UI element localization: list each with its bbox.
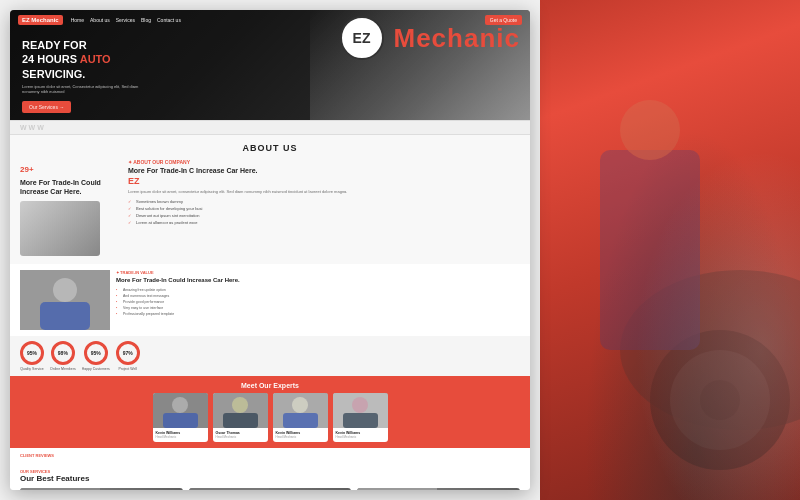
hero-accent: AUTO: [80, 53, 111, 65]
expert-card-3: Kevin Williams Head Mechanic: [273, 393, 328, 442]
brand-icon: EZ: [340, 16, 384, 60]
svg-rect-14: [223, 413, 258, 428]
expert-img-4: [333, 393, 388, 428]
svg-rect-17: [283, 413, 318, 428]
reviews-section: Client Reviews: [10, 448, 530, 463]
hero-cta-button[interactable]: Our Services →: [22, 101, 71, 113]
expert-info-1: Kevin Williams Head Mechanic: [153, 428, 208, 442]
about-stat-suffix: +: [29, 165, 34, 174]
expert-role-2: Head Mechanic: [216, 435, 265, 439]
reviews-label: Client Reviews: [20, 453, 520, 458]
about-left: 29+ More For Trade-In Could Increase Car…: [20, 159, 120, 256]
nav-links: Home About us Services Blog Contact us: [71, 17, 181, 23]
bullet-2: Best solution for developing your busi: [128, 205, 520, 212]
expert-card-2: Oscar Thomas Head Mechanic: [213, 393, 268, 442]
stat-item-3: 95% Happy Customers: [82, 341, 110, 371]
about-stat-number: 29: [20, 165, 29, 174]
stat-label-3: Happy Customers: [82, 367, 110, 371]
nav-link-contact[interactable]: Contact us: [157, 17, 181, 23]
stat-item-1: 95% Quality Service: [20, 341, 44, 371]
stat-value-2: 98%: [58, 350, 68, 356]
stat-circle-2: 98%: [51, 341, 75, 365]
svg-point-16: [292, 397, 308, 413]
expert-img-1: [153, 393, 208, 428]
right-bullet-5: Professionally prepared template: [116, 311, 520, 317]
nav-link-blog[interactable]: Blog: [141, 17, 151, 23]
nav-brand-name: Mechanic: [31, 17, 58, 23]
stat-label-4: Project Well: [116, 367, 140, 371]
stat-value-1: 95%: [27, 350, 37, 356]
brand-icon-text: EZ: [353, 30, 371, 46]
services-grid: 1. CAR INSPECTION $90 2.: [20, 488, 520, 490]
stat-item-4: 97% Project Well: [116, 341, 140, 371]
about-section-title: ABOUT US: [20, 143, 520, 153]
nav-link-home[interactable]: Home: [71, 17, 84, 23]
expert-role-1: Head Mechanic: [156, 435, 205, 439]
expert-role-4: Head Mechanic: [336, 435, 385, 439]
ez-logo-small: EZ: [128, 176, 520, 186]
about-bullets-list: Sometimes known dummy Best solution for …: [128, 198, 520, 226]
mechanic-background: [540, 0, 800, 500]
svg-rect-8: [40, 302, 90, 330]
expert-info-2: Oscar Thomas Head Mechanic: [213, 428, 268, 442]
stat-circle-1: 95%: [20, 341, 44, 365]
about-company-title: More For Trade-In C Increase Car Here.: [128, 167, 520, 174]
stat-label-2: Online Members: [50, 367, 76, 371]
experts-section: Meet Our Experts Kevin Williams Head Mec…: [10, 376, 530, 448]
experts-grid: Kevin Williams Head Mechanic Oscar Thoma…: [20, 393, 520, 442]
nav-link-services[interactable]: Services: [116, 17, 135, 23]
stat-item-2: 98% Online Members: [50, 341, 76, 371]
about-company-label: ✦ ABOUT OUR COMPANY: [128, 159, 520, 165]
service-img-2: [189, 488, 352, 490]
about-mechanic-image: [20, 270, 110, 330]
stat-value-3: 95%: [91, 350, 101, 356]
hero-line3: SERVICING.: [22, 67, 518, 81]
bullet-3: Deserunt aut ipsum sint exercitation: [128, 212, 520, 219]
services-title: Our Best Features: [20, 474, 520, 483]
about-right-title: More For Trade-In Could Increase Car Her…: [116, 277, 520, 285]
svg-rect-11: [163, 413, 198, 428]
brand-name: Mechanic: [394, 23, 521, 54]
expert-card-4: Kevin Williams Head Mechanic: [333, 393, 388, 442]
stat-circle-3: 95%: [84, 341, 108, 365]
stats-row: 95% Quality Service 98% Online Members 9…: [10, 336, 530, 376]
svg-rect-28: [357, 488, 437, 490]
expert-img-2: [213, 393, 268, 428]
stat-value-4: 97%: [123, 350, 133, 356]
svg-point-19: [352, 397, 368, 413]
about-left-title: More For Trade-In Could Increase Car Her…: [20, 178, 120, 196]
brand-logo-container: EZ Mechanic: [340, 16, 521, 60]
stat-circle-4: 97%: [116, 341, 140, 365]
expert-info-3: Kevin Williams Head Mechanic: [273, 428, 328, 442]
expert-info-4: Kevin Williams Head Mechanic: [333, 428, 388, 442]
about-right-bullets: Amazing free update option And numerous …: [116, 287, 520, 317]
about-grid: 29+ More For Trade-In Could Increase Car…: [20, 159, 520, 256]
bullet-1: Sometimes known dummy: [128, 198, 520, 205]
experts-title: Meet Our Experts: [20, 382, 520, 389]
about-description: Lorem ipsum dolor sit amet, consectetur …: [128, 189, 520, 195]
nav-logo-text: EZ: [22, 17, 30, 23]
svg-rect-20: [343, 413, 378, 428]
service-card-1: 1. CAR INSPECTION $90: [20, 488, 183, 490]
svg-point-13: [232, 397, 248, 413]
about-section: ABOUT US 29+ More For Trade-In Could Inc…: [10, 135, 530, 264]
svg-point-5: [620, 100, 680, 160]
service-img-3: [357, 488, 520, 490]
bullet-4: Lorem at ullamcor as prudent exce: [128, 219, 520, 226]
services-section: Our Services Our Best Features 1. CAR I: [10, 463, 530, 490]
svg-point-3: [700, 380, 740, 420]
svg-rect-25: [189, 488, 269, 490]
stat-label-1: Quality Service: [20, 367, 44, 371]
svg-rect-4: [600, 150, 700, 350]
www-bar: WWW: [10, 120, 530, 135]
www-text: WWW: [20, 124, 46, 131]
expert-role-3: Head Mechanic: [276, 435, 325, 439]
nav-link-about[interactable]: About us: [90, 17, 110, 23]
hero-subtitle: Lorem ipsum dolor sit amet, Consectetur …: [22, 84, 142, 95]
service-card-2: 2. CAR INSPECTION $80: [189, 488, 352, 490]
svg-point-7: [53, 278, 77, 302]
about-right: ✦ ABOUT OUR COMPANY More For Trade-In C …: [128, 159, 520, 256]
service-img-1: [20, 488, 183, 490]
svg-point-10: [172, 397, 188, 413]
website-mockup: EZ Mechanic Home About us Services Blog …: [10, 10, 530, 490]
